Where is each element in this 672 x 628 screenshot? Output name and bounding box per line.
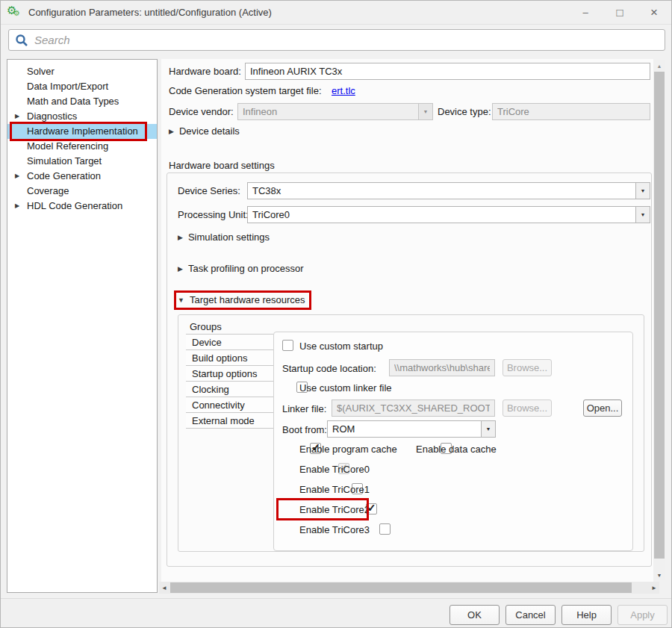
help-button[interactable]: Help [561, 605, 612, 625]
use-custom-startup-label: Use custom startup [299, 341, 383, 352]
sidebar-item-model-referencing[interactable]: Model Referencing [7, 139, 157, 154]
vertical-scrollbar-thumb[interactable] [654, 72, 665, 559]
group-item-connectivity[interactable]: Connectivity [186, 397, 273, 413]
enable-data-cache-label: Enable data cache [416, 444, 497, 455]
device-type-field [492, 103, 650, 120]
minimize-icon[interactable]: – [568, 1, 603, 25]
chevron-down-icon[interactable]: ▼ [635, 207, 650, 223]
group-item-clocking[interactable]: Clocking [186, 382, 273, 397]
close-icon[interactable]: × [637, 1, 671, 25]
category-tree: Solver Data Import/Export Math and Data … [7, 59, 158, 593]
sidebar-item-code-generation[interactable]: ▶Code Generation [7, 169, 157, 184]
vertical-scrollbar[interactable]: ▲ ▼ [653, 60, 665, 580]
target-hardware-resources-disclosure[interactable]: ▼ Target hardware resources [178, 294, 305, 305]
expand-arrow-icon[interactable]: ▶ [15, 109, 19, 124]
device-type-label: Device type: [438, 106, 491, 117]
enable-tricore3-label: Enable TriCore3 [299, 524, 370, 535]
collapsed-arrow-icon: ▶ [178, 234, 183, 241]
search-input[interactable] [34, 34, 665, 46]
sidebar-item-data-import-export[interactable]: Data Import/Export [7, 79, 157, 94]
linker-file-field [332, 400, 495, 417]
sidebar-item-hdl-code-generation[interactable]: ▶HDL Code Generation [7, 199, 157, 214]
groups-title: Groups [190, 321, 222, 332]
target-file-label: Code Generation system target file: [169, 85, 322, 96]
processing-unit-label: Processing Unit: [178, 209, 249, 220]
cancel-button[interactable]: Cancel [505, 605, 556, 625]
boot-from-label: Boot from: [282, 424, 327, 435]
browse-linker-button: Browse... [503, 400, 552, 417]
sidebar-item-diagnostics[interactable]: ▶Diagnostics [7, 109, 157, 124]
chevron-down-icon: ▼ [418, 104, 432, 119]
device-vendor-combo[interactable]: Infineon ▼ [237, 103, 433, 120]
expand-arrow-icon[interactable]: ▶ [15, 199, 19, 214]
group-item-startup-options[interactable]: Startup options [186, 366, 273, 382]
search-icon [15, 34, 28, 47]
enable-tricore2-label: Enable TriCore2 [299, 504, 370, 515]
startup-code-location-field [389, 359, 495, 376]
horizontal-scrollbar[interactable]: ◄ ► [159, 582, 659, 594]
device-details-disclosure[interactable]: ▶ Device details [169, 125, 240, 137]
enable-tricore1-label: Enable TriCore1 [299, 484, 370, 495]
window-title: Configuration Parameters: untitled/Confi… [28, 7, 272, 18]
open-linker-button[interactable]: Open... [583, 400, 622, 417]
browse-startup-button: Browse... [503, 359, 552, 376]
sidebar-item-solver[interactable]: Solver [7, 64, 157, 79]
ok-button[interactable]: OK [449, 605, 500, 625]
sidebar-item-hardware-implementation[interactable]: Hardware Implementation [7, 124, 157, 139]
simulink-gear-icon: ⚙ ⚙ [8, 6, 22, 19]
device-vendor-label: Device vendor: [169, 106, 234, 117]
hardware-implementation-pane: Hardware board: Code Generation system t… [161, 59, 653, 593]
dialog-footer: OK Cancel Help Apply [1, 598, 671, 628]
enable-tricore0-label: Enable TriCore0 [299, 464, 370, 475]
hardware-board-input[interactable] [245, 63, 650, 80]
group-item-external-mode[interactable]: External mode [186, 413, 273, 429]
startup-code-location-label: Startup code location: [282, 363, 376, 374]
hardware-board-label: Hardware board: [169, 66, 241, 77]
sidebar-item-simulation-target[interactable]: Simulation Target [7, 154, 157, 169]
device-series-combo[interactable]: TC38x ▼ [247, 182, 650, 199]
device-series-label: Device Series: [178, 185, 240, 196]
configuration-parameters-dialog: ⚙ ⚙ Configuration Parameters: untitled/C… [0, 0, 672, 628]
search-box[interactable] [8, 29, 665, 51]
scroll-up-icon[interactable]: ▲ [653, 60, 665, 71]
sidebar-item-math-and-data-types[interactable]: Math and Data Types [7, 94, 157, 109]
scroll-right-icon[interactable]: ► [649, 582, 659, 594]
collapsed-arrow-icon: ▶ [169, 128, 174, 135]
scroll-left-icon[interactable]: ◄ [159, 582, 169, 594]
apply-button: Apply [617, 605, 668, 625]
maximize-icon[interactable]: □ [603, 1, 637, 25]
processing-unit-combo[interactable]: TriCore0 ▼ [247, 206, 650, 223]
simulation-settings-disclosure[interactable]: ▶ Simulation settings [178, 231, 270, 243]
horizontal-scrollbar-thumb[interactable] [170, 582, 632, 593]
sidebar-item-coverage[interactable]: Coverage [7, 184, 157, 199]
group-item-build-options[interactable]: Build options [186, 350, 273, 366]
boot-from-combo[interactable]: ROM ▼ [327, 420, 496, 438]
title-bar: ⚙ ⚙ Configuration Parameters: untitled/C… [1, 1, 671, 25]
group-item-device[interactable]: Device [186, 335, 273, 350]
board-settings-title: Hardware board settings [169, 160, 275, 171]
target-file-link[interactable]: ert.tlc [332, 85, 355, 96]
linker-file-label: Linker file: [282, 403, 326, 414]
scroll-down-icon[interactable]: ▼ [653, 570, 665, 580]
groups-list: Device Build options Startup options Clo… [186, 334, 273, 429]
chevron-down-icon[interactable]: ▼ [635, 183, 650, 199]
expand-arrow-icon[interactable]: ▶ [15, 169, 19, 184]
use-custom-startup-checkbox[interactable] [282, 340, 293, 351]
expanded-arrow-icon: ▼ [178, 296, 184, 304]
task-profiling-disclosure[interactable]: ▶ Task profiling on processor [178, 263, 304, 274]
enable-program-cache-label: Enable program cache [299, 444, 397, 455]
use-custom-linker-label: Use custom linker file [299, 382, 392, 394]
enable-tricore3-checkbox[interactable] [379, 523, 391, 535]
chevron-down-icon[interactable]: ▼ [481, 421, 495, 437]
collapsed-arrow-icon: ▶ [178, 265, 183, 273]
